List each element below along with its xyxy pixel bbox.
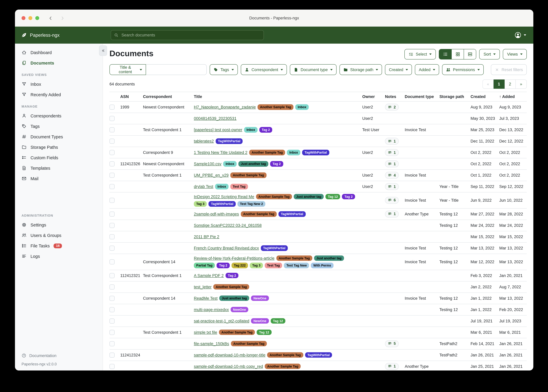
row-checkbox[interactable]: [109, 330, 115, 335]
column-header-added[interactable]: ↑Added: [499, 94, 527, 99]
row-checkbox[interactable]: [109, 161, 115, 166]
notes-badge[interactable]: 5: [385, 340, 399, 347]
document-title-link[interactable]: sample-pdf-download-10-mb-longer-title: [194, 353, 266, 357]
tag-pill[interactable]: Tag 3: [194, 201, 207, 207]
notes-badge[interactable]: 1: [385, 211, 399, 217]
document-title-link[interactable]: file-sample_150kBs: [194, 341, 229, 346]
tag-pill[interactable]: NewOne: [231, 307, 248, 312]
close-button[interactable]: [22, 16, 25, 20]
row-checkbox[interactable]: [109, 364, 115, 369]
document-title-link[interactable]: simple txt file: [194, 330, 217, 335]
column-header-correspondent[interactable]: Correspondent: [143, 94, 194, 99]
tag-pill[interactable]: With Perms: [311, 263, 333, 268]
tag-pill[interactable]: Another Sample Tag: [231, 173, 266, 178]
filter-created-button[interactable]: Created: [385, 64, 412, 75]
tag-pill[interactable]: Tag 2: [217, 263, 230, 268]
title-content-input[interactable]: [146, 64, 207, 75]
tag-pill[interactable]: Tag 2: [225, 273, 238, 278]
tag-pill[interactable]: Another Sample Tag: [219, 329, 255, 335]
notes-badge[interactable]: 1: [385, 363, 399, 370]
tag-pill[interactable]: Just another tag: [294, 194, 324, 199]
document-title-link[interactable]: Review-of-New-York-Federal-Petitions-art…: [194, 256, 274, 260]
document-title-link[interactable]: H7_Napoleon_Bonaparte_zadanie: [194, 105, 256, 109]
sidebar-item-document-types[interactable]: Document Types: [15, 132, 103, 142]
sidebar-item-tags[interactable]: Tags: [15, 121, 103, 132]
forward-icon[interactable]: [60, 16, 65, 21]
tag-pill[interactable]: NewOne: [251, 318, 269, 324]
sidebar-item-dashboard[interactable]: Dashboard: [15, 47, 103, 58]
row-checkbox[interactable]: [109, 284, 115, 289]
filter-document-type-button[interactable]: Document type: [290, 64, 337, 75]
row-checkbox[interactable]: [109, 318, 115, 323]
sidebar-item-custom-fields[interactable]: Custom Fields: [15, 152, 103, 163]
page-1-button[interactable]: 1: [494, 79, 505, 89]
row-checkbox[interactable]: [109, 234, 115, 239]
filter-added-button[interactable]: Added: [415, 64, 439, 75]
tag-pill[interactable]: Another Sample Tag: [258, 105, 293, 110]
row-checkbox[interactable]: [109, 173, 115, 178]
sidebar-collapse-button[interactable]: [99, 45, 107, 56]
document-title-link[interactable]: sample-pdf-download-10-mb copy_red: [194, 364, 263, 369]
sidebar-item-documents[interactable]: Documents: [15, 58, 103, 68]
user-menu[interactable]: [514, 32, 526, 39]
column-header-document-type[interactable]: Document type: [405, 94, 440, 99]
tag-pill[interactable]: Tag 12: [257, 329, 271, 335]
row-checkbox[interactable]: [109, 150, 115, 155]
notes-badge[interactable]: 1: [385, 138, 399, 145]
notes-badge[interactable]: 6: [385, 197, 399, 204]
brand[interactable]: Paperless-ngx: [15, 32, 103, 38]
sidebar-item-storage-paths[interactable]: Storage Paths: [15, 142, 103, 152]
document-title-link[interactable]: UM_PPBE_en_v29: [194, 173, 229, 177]
document-title-link[interactable]: 0004814539_20230531: [194, 116, 237, 121]
notes-badge[interactable]: 1: [385, 161, 399, 167]
document-title-link[interactable]: 2011 BP Pie 2: [194, 235, 219, 239]
row-checkbox[interactable]: [109, 223, 115, 228]
column-header-owner[interactable]: Owner: [362, 94, 385, 99]
row-checkbox[interactable]: [109, 296, 115, 301]
document-title-link[interactable]: 2sample-pdf-with-images: [194, 212, 239, 216]
tag-pill[interactable]: Inbox: [223, 161, 237, 167]
column-header-asn[interactable]: ASN: [120, 94, 143, 99]
page-2-button[interactable]: 2: [505, 79, 516, 89]
tag-pill[interactable]: Tag 2: [342, 194, 355, 199]
sidebar-item-file-tasks[interactable]: File Tasks16: [15, 240, 103, 251]
grid-view-button[interactable]: [452, 49, 464, 59]
row-checkbox[interactable]: [109, 352, 115, 357]
row-checkbox[interactable]: [109, 184, 115, 189]
row-checkbox[interactable]: [109, 116, 115, 121]
tag-pill[interactable]: TagWithPartial: [305, 352, 332, 358]
tag-pill[interactable]: Another Sample Tag: [276, 255, 312, 261]
tag-pill[interactable]: Tag 12: [271, 318, 285, 324]
tag-pill[interactable]: TagWithPartial: [279, 211, 306, 217]
tag-pill[interactable]: Another Sample Tag: [213, 284, 249, 290]
sidebar-item-logs[interactable]: Logs: [15, 251, 103, 261]
tag-pill[interactable]: Inbox: [215, 184, 229, 189]
tag-pill[interactable]: Just another tag: [314, 255, 344, 261]
document-title-link[interactable]: Sample100.csv: [194, 162, 222, 166]
tag-pill[interactable]: Just another tag: [219, 295, 249, 301]
sidebar-item-mail[interactable]: Mail: [15, 173, 103, 184]
document-title-link[interactable]: Sonstige ScanPC2022 03-24_081058: [194, 223, 262, 228]
document-title-link[interactable]: tablerates2: [194, 139, 214, 143]
row-checkbox[interactable]: [109, 127, 115, 132]
row-checkbox[interactable]: [109, 139, 115, 144]
document-title-link[interactable]: ReadMe Test: [194, 296, 218, 301]
document-title-link[interactable]: French Country Bread Revised.docx: [194, 246, 259, 250]
notes-badge[interactable]: 2: [385, 104, 399, 111]
notes-badge[interactable]: 1: [385, 149, 399, 156]
back-icon[interactable]: [48, 16, 53, 21]
detail-view-button[interactable]: [464, 49, 476, 59]
column-header-created[interactable]: Created: [470, 94, 499, 99]
list-view-button[interactable]: [439, 49, 452, 59]
tag-pill[interactable]: Test Tag New 2: [238, 201, 265, 207]
row-checkbox[interactable]: [109, 307, 115, 312]
tag-pill[interactable]: Partial Tag: [194, 263, 215, 268]
notes-badge[interactable]: 4: [385, 172, 399, 179]
document-title-link[interactable]: multi-page-mixedxx: [194, 307, 229, 312]
tag-pill[interactable]: Another Sample Tag: [249, 150, 285, 155]
documentation-link[interactable]: Documentation: [22, 351, 96, 360]
select-button[interactable]: Select: [404, 49, 436, 59]
document-title-link[interactable]: A Sample PDF 2: [194, 273, 224, 278]
tag-pill[interactable]: Test Tag New: [284, 263, 309, 268]
tag-pill[interactable]: TagWithPartial: [261, 245, 288, 251]
